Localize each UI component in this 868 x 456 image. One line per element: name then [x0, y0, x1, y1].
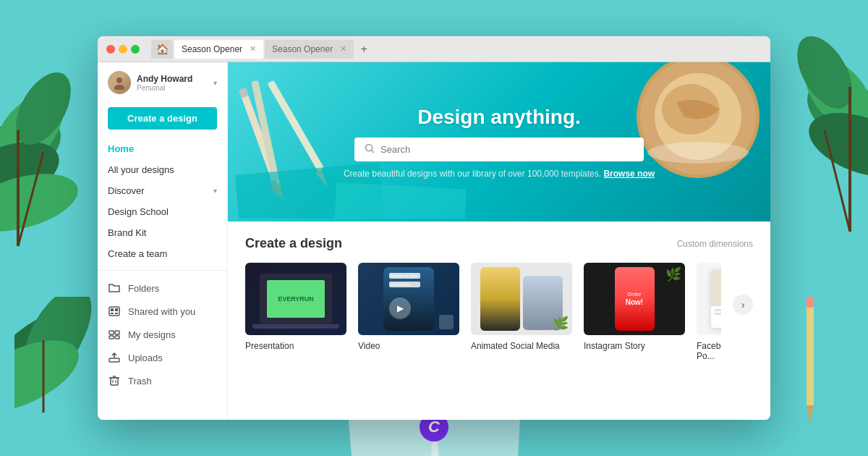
design-card-instagram[interactable]: Order Now! 🌿 Instagram Story — [584, 263, 685, 361]
discover-label: Discover — [108, 185, 145, 196]
svg-point-23 — [114, 85, 124, 90]
svg-point-48 — [366, 144, 373, 151]
svg-point-13 — [14, 297, 99, 413]
svg-rect-32 — [115, 336, 119, 339]
svg-point-45 — [647, 142, 749, 164]
laptop-shape: EVERYRUN — [260, 274, 332, 324]
all-designs-label: All your designs — [108, 164, 174, 175]
hero-title: Design anything. — [417, 106, 581, 129]
sidebar-item-brand-kit[interactable]: Brand Kit — [98, 222, 227, 243]
video-thumb: Home on your best shots ▶ — [358, 263, 459, 335]
phone-screen: Home on your best shots ▶ — [383, 267, 434, 331]
svg-marker-35 — [273, 183, 286, 203]
sidebar-item-discover[interactable]: Discover ▾ — [98, 180, 227, 201]
facebook-card-bottom — [711, 306, 721, 328]
sidebar-item-create-team[interactable]: Create a team — [98, 243, 227, 264]
design-card-social[interactable]: 🌿 Animated Social Media — [471, 263, 572, 361]
svg-line-49 — [372, 150, 375, 153]
svg-point-4 — [0, 163, 84, 242]
insta-text-1: Order — [627, 292, 641, 297]
pencils-decor — [228, 62, 349, 211]
section-title: Create a design — [245, 236, 342, 251]
play-icon: ▶ — [389, 297, 411, 319]
facebook-card — [711, 270, 721, 328]
my-designs-label: My designs — [128, 329, 176, 340]
discover-arrow-icon: ▾ — [213, 187, 217, 195]
create-design-button[interactable]: Create a design — [108, 107, 217, 130]
video-text-2: best shots — [389, 282, 420, 287]
shared-icon — [108, 305, 121, 318]
svg-rect-31 — [109, 336, 114, 339]
svg-rect-19 — [807, 297, 814, 308]
presentation-thumb: EVERYRUN — [245, 263, 346, 335]
maximize-button[interactable] — [131, 45, 140, 54]
user-section[interactable]: Andy Howard Personal ▾ — [98, 62, 227, 103]
tab-2[interactable]: Season Opener ✕ — [265, 40, 354, 59]
svg-marker-18 — [807, 405, 814, 423]
design-card-presentation[interactable]: EVERYRUN Presentation — [245, 263, 346, 361]
svg-rect-39 — [267, 80, 324, 172]
main-content: Design anything. Create beautiful design… — [228, 62, 770, 420]
user-info: Andy Howard Personal — [137, 74, 208, 92]
svg-rect-27 — [111, 313, 114, 314]
browse-now-link[interactable]: Browse now — [603, 169, 655, 179]
laptop-container: EVERYRUN — [260, 274, 332, 324]
facebook-card-top — [711, 270, 721, 306]
svg-rect-28 — [115, 313, 118, 314]
add-tab-button[interactable]: + — [355, 41, 373, 58]
svg-marker-40 — [315, 169, 331, 189]
laptop-base — [252, 324, 339, 329]
uploads-icon — [108, 351, 121, 364]
sidebar-item-design-school[interactable]: Design School — [98, 201, 227, 222]
svg-point-2 — [0, 130, 67, 219]
video-label: Video — [358, 341, 459, 351]
scroll-right-button[interactable]: › — [733, 263, 753, 361]
search-input[interactable] — [380, 144, 634, 155]
svg-rect-47 — [333, 182, 466, 219]
create-section: Create a design Custom dimensions EVERYR… — [228, 221, 770, 376]
custom-dimensions-link[interactable]: Custom dimensions — [677, 239, 753, 249]
search-icon — [365, 143, 375, 156]
svg-rect-30 — [115, 331, 119, 334]
sidebar-item-all-designs[interactable]: All your designs — [98, 159, 227, 180]
svg-point-41 — [637, 62, 760, 178]
svg-rect-26 — [115, 308, 118, 311]
minimize-button[interactable] — [119, 45, 127, 54]
design-card-facebook[interactable]: Facebook Po... — [697, 263, 721, 361]
presentation-label: Presentation — [245, 341, 346, 351]
fb-line-2 — [714, 313, 721, 315]
shared-label: Shared with you — [128, 306, 195, 317]
avatar — [108, 71, 131, 94]
design-card-video[interactable]: Home on your best shots ▶ Video — [358, 263, 459, 361]
tab-1-close[interactable]: ✕ — [250, 44, 256, 54]
insta-text-2: Now! — [626, 298, 643, 306]
svg-rect-50 — [711, 270, 721, 306]
sidebar-item-shared[interactable]: Shared with you — [98, 300, 227, 323]
folder-icon — [108, 282, 121, 295]
svg-rect-36 — [239, 88, 249, 98]
svg-point-22 — [116, 77, 122, 83]
hero-search-bar[interactable] — [354, 138, 644, 161]
home-tab[interactable]: 🏠 — [151, 40, 173, 59]
svg-rect-24 — [109, 307, 119, 316]
svg-point-15 — [14, 326, 89, 413]
sidebar-divider — [98, 270, 227, 271]
pencil-bottom-right — [796, 297, 825, 427]
design-school-label: Design School — [108, 206, 169, 217]
social-thumb: 🌿 — [471, 263, 572, 335]
tab-2-close[interactable]: ✕ — [340, 44, 346, 54]
sidebar-item-home[interactable]: Home — [98, 138, 227, 159]
create-team-label: Create a team — [108, 248, 167, 259]
close-button[interactable] — [106, 45, 115, 54]
browser-tabs: 🏠 Season Opener ✕ Season Opener ✕ + — [151, 40, 373, 59]
browser-chrome: 🏠 Season Opener ✕ Season Opener ✕ + — [98, 36, 770, 62]
tab-1-label: Season Opener — [182, 44, 242, 54]
sidebar-item-folders[interactable]: Folders — [98, 276, 227, 300]
sidebar-item-uploads[interactable]: Uploads — [98, 346, 227, 369]
browser-window: 🏠 Season Opener ✕ Season Opener ✕ + — [98, 36, 770, 420]
social-label: Animated Social Media — [471, 341, 572, 351]
tab-1[interactable]: Season Opener ✕ — [174, 40, 263, 59]
sidebar-item-my-designs[interactable]: My designs — [98, 323, 227, 346]
svg-point-42 — [640, 62, 756, 174]
sidebar-item-trash[interactable]: Trash — [98, 369, 227, 392]
